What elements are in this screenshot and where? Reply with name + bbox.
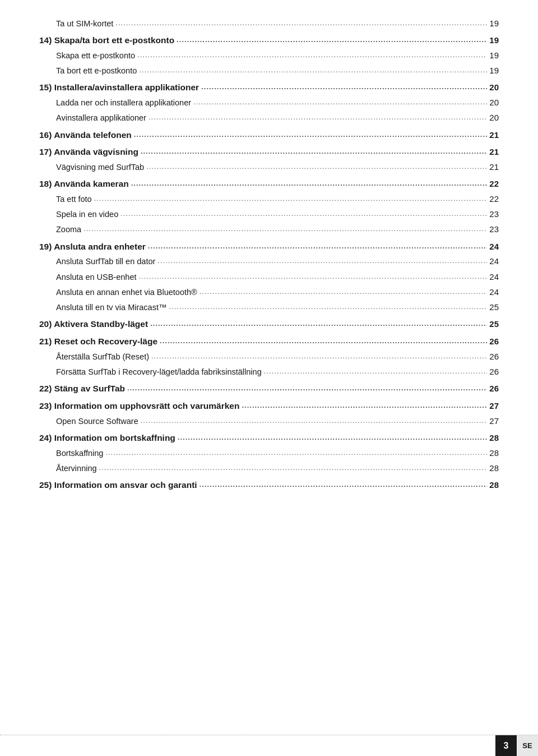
- toc-page-number: 20: [489, 111, 499, 125]
- toc-dots: [94, 193, 488, 205]
- toc-page-number: 26: [489, 350, 499, 363]
- toc-item: Open Source Software27: [39, 414, 499, 428]
- toc-dots: [200, 286, 488, 298]
- toc-label: 20) Aktivera Standby-läget: [39, 317, 148, 331]
- toc-page-number: 22: [489, 177, 499, 191]
- toc-page-number: 24: [489, 270, 499, 284]
- toc-dots: [138, 271, 487, 283]
- toc-dots: [157, 255, 487, 267]
- toc-dots: [177, 34, 487, 46]
- toc-label: Zooma: [56, 223, 81, 236]
- toc-item: Ta bort ett e-postkonto19: [39, 64, 499, 77]
- toc-item: 25) Information om ansvar och garanti28: [39, 478, 499, 492]
- toc-item: Ta ett foto22: [39, 192, 499, 206]
- toc-page-number: 21: [489, 128, 499, 142]
- toc-dots: [150, 318, 487, 330]
- toc-dots: [139, 64, 487, 76]
- toc-item: 17) Använda vägvisning21: [39, 145, 499, 159]
- bottom-bar: 3 SE: [0, 735, 538, 756]
- toc-label: Open Source Software: [56, 415, 138, 428]
- toc-label: 24) Information om bortskaffning: [39, 431, 175, 445]
- toc-item: Ansluta en annan enhet via Bluetooth®24: [39, 285, 499, 299]
- toc-item: 15) Installera/avinstallera applikatione…: [39, 81, 499, 95]
- language-code: SE: [517, 735, 538, 757]
- toc-page-number: 21: [489, 145, 499, 159]
- toc-dots: [169, 301, 487, 313]
- toc-page-number: 24: [489, 255, 499, 268]
- toc-page-number: 27: [489, 414, 499, 428]
- toc-dots: [137, 49, 487, 61]
- toc-page-number: 28: [489, 431, 499, 445]
- toc-item: Ansluta SurfTab till en dator24: [39, 255, 499, 268]
- toc-dots: [141, 146, 487, 158]
- toc-dots: [105, 447, 487, 459]
- toc-item: Återvinning28: [39, 462, 499, 475]
- toc-dots: [134, 129, 488, 141]
- toc-item: 24) Information om bortskaffning28: [39, 431, 499, 445]
- page-number: 3: [495, 735, 517, 757]
- toc-page-number: 21: [489, 160, 499, 174]
- toc-label: 16) Använda telefonen: [39, 128, 132, 142]
- toc-label: Ta bort ett e-postkonto: [56, 64, 137, 77]
- toc-item: Ta ut SIM-kortet19: [39, 17, 499, 30]
- toc-label: Skapa ett e-postkonto: [56, 49, 135, 62]
- toc-page-number: 19: [489, 49, 499, 62]
- toc-page-number: 19: [489, 34, 499, 47]
- toc-label: 17) Använda vägvisning: [39, 145, 138, 159]
- toc-dots: [242, 400, 487, 412]
- toc-label: Ansluta till en tv via Miracast™: [56, 301, 166, 314]
- toc-dots: [146, 161, 487, 173]
- toc-label: Vägvisning med SurfTab: [56, 161, 144, 174]
- toc-dots: [160, 335, 487, 347]
- toc-item: 20) Aktivera Standby-läget25: [39, 317, 499, 331]
- toc-label: 23) Information om upphovsrätt och varum…: [39, 399, 239, 413]
- toc-item: 18) Använda kameran22: [39, 177, 499, 191]
- toc-label: Återställa SurfTab (Reset): [56, 351, 149, 363]
- toc-label: Återvinning: [56, 462, 97, 475]
- toc-page-number: 23: [489, 208, 499, 221]
- toc-page-number: 25: [489, 301, 499, 314]
- toc-list: Ta ut SIM-kortet1914) Skapa/ta bort ett …: [39, 17, 499, 492]
- toc-page-number: 28: [489, 446, 499, 460]
- toc-label: 15) Installera/avinstallera applikatione…: [39, 81, 199, 95]
- toc-item: Zooma23: [39, 223, 499, 236]
- toc-dots: [148, 241, 488, 252]
- toc-dots: [115, 17, 487, 29]
- toc-item: Spela in en video23: [39, 208, 499, 221]
- toc-label: 18) Använda kameran: [39, 177, 129, 191]
- toc-page-number: 26: [489, 365, 499, 379]
- page-container: Ta ut SIM-kortet1914) Skapa/ta bort ett …: [0, 0, 538, 756]
- toc-dots: [264, 366, 488, 377]
- toc-page-number: 27: [489, 399, 499, 413]
- toc-label: Ta ett foto: [56, 193, 92, 206]
- toc-page-number: 25: [489, 317, 499, 331]
- toc-page-number: 28: [489, 478, 499, 492]
- toc-label: Avinstallera applikationer: [56, 112, 146, 125]
- toc-dots: [200, 479, 488, 491]
- toc-label: 25) Information om ansvar och garanti: [39, 478, 197, 492]
- toc-label: 21) Reset och Recovery-läge: [39, 335, 157, 349]
- toc-page-number: 24: [489, 285, 499, 299]
- toc-page-number: 20: [489, 81, 499, 94]
- toc-item: 23) Information om upphovsrätt och varum…: [39, 399, 499, 413]
- toc-item: Vägvisning med SurfTab21: [39, 160, 499, 174]
- toc-item: Ladda ner och installera applikationer20: [39, 96, 499, 109]
- toc-page-number: 19: [489, 64, 499, 77]
- toc-label: Försätta SurfTab i Recovery-läget/ladda …: [56, 366, 262, 379]
- toc-page-number: 24: [489, 240, 499, 253]
- toc-label: Spela in en video: [56, 208, 118, 221]
- toc-page-number: 26: [489, 382, 499, 395]
- toc-page-number: 26: [489, 335, 499, 348]
- toc-page-number: 20: [489, 96, 499, 109]
- toc-dots: [131, 178, 488, 190]
- toc-page-number: 23: [489, 223, 499, 236]
- toc-dots: [201, 81, 487, 93]
- toc-label: Bortskaffning: [56, 447, 103, 460]
- toc-dots: [193, 96, 487, 108]
- toc-item: Bortskaffning28: [39, 446, 499, 460]
- toc-page-number: 19: [489, 17, 499, 30]
- toc-label: 14) Skapa/ta bort ett e-postkonto: [39, 34, 174, 48]
- toc-item: Ansluta till en tv via Miracast™25: [39, 301, 499, 314]
- toc-dots: [151, 351, 487, 362]
- toc-dots: [178, 432, 487, 444]
